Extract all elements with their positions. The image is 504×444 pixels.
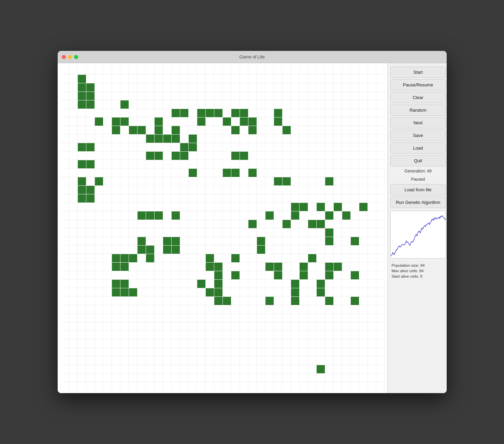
sidebar: Start Pause/Resume Clear Random Next Sav…	[387, 63, 447, 393]
fitness-chart	[390, 211, 446, 259]
quit-button[interactable]: Quit	[390, 155, 446, 166]
maximize-button[interactable]	[74, 55, 78, 59]
start-alive-stat: Start alive cells: 0	[390, 274, 446, 279]
load-button[interactable]: Load	[390, 142, 446, 154]
population-size-stat: Population size: 84	[390, 263, 446, 268]
titlebar: Game of Life	[58, 51, 447, 63]
run-genetic-algorithm-button[interactable]: Run Genetic Algorithm	[390, 197, 446, 208]
app-window: Game of Life Start Pause/Resume Clear Ra…	[58, 51, 447, 393]
grid-area[interactable]	[58, 63, 387, 393]
paused-status: Paused	[390, 176, 446, 183]
load-from-file-button[interactable]: Load from file	[390, 184, 446, 195]
random-button[interactable]: Random	[390, 105, 446, 116]
next-button[interactable]: Next	[390, 117, 446, 128]
max-alive-stat: Max alive cells: 84	[390, 268, 446, 274]
close-button[interactable]	[62, 55, 66, 59]
pause-resume-button[interactable]: Pause/Resume	[390, 79, 446, 91]
chart-canvas	[391, 211, 446, 258]
minimize-button[interactable]	[68, 55, 72, 59]
stats-area: Population size: 84 Max alive cells: 84 …	[390, 263, 446, 279]
traffic-lights	[62, 55, 78, 59]
clear-button[interactable]: Clear	[390, 92, 446, 103]
game-grid[interactable]	[60, 66, 385, 390]
start-button[interactable]: Start	[390, 67, 446, 78]
window-title: Game of Life	[239, 54, 264, 59]
generation-status: Generation: 49	[390, 168, 446, 175]
save-button[interactable]: Save	[390, 130, 446, 141]
main-content: Start Pause/Resume Clear Random Next Sav…	[58, 63, 447, 393]
